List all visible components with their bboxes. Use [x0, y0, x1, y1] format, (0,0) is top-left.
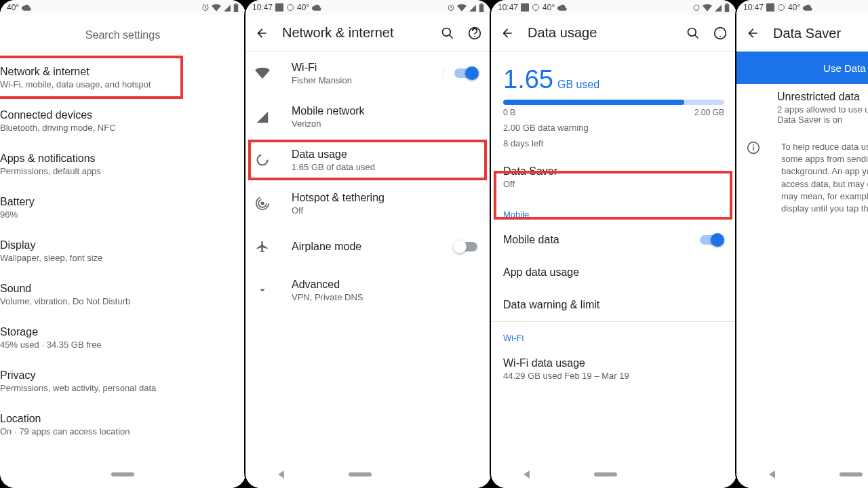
search-icon[interactable]: [441, 26, 454, 40]
usage-days-left: 8 days left: [503, 138, 724, 148]
item-battery[interactable]: Battery 96%: [0, 186, 245, 229]
status-time: 10:47: [252, 3, 273, 12]
nav-home-pill[interactable]: [111, 472, 134, 476]
svg-point-11: [261, 202, 264, 205]
svg-rect-1: [234, 4, 239, 12]
section-wifi: Wi-Fi: [491, 322, 736, 347]
app-bar: Data Saver: [736, 15, 868, 52]
wifi-toggle[interactable]: [454, 68, 477, 78]
item-sound[interactable]: Sound Volume, vibration, Do Not Disturb: [0, 272, 245, 316]
nav-back[interactable]: [278, 470, 284, 479]
svg-rect-21: [766, 3, 774, 12]
item-unrestricted-data[interactable]: Unrestricted data 2 apps allowed to use …: [736, 84, 868, 131]
svg-rect-17: [725, 4, 730, 12]
usage-bar-fill: [503, 100, 684, 105]
nav-bar: [245, 461, 491, 488]
item-mobile-network[interactable]: Mobile network Verizon: [245, 95, 491, 138]
item-network-internet[interactable]: Network & internet Wi-Fi, mobile, data u…: [0, 56, 245, 99]
item-mobile-data[interactable]: Mobile data: [491, 224, 736, 256]
search-icon[interactable]: [686, 26, 700, 40]
signal-icon: [223, 4, 231, 12]
status-bar: 40°: [0, 0, 245, 15]
svg-rect-26: [753, 144, 754, 146]
svg-rect-25: [753, 146, 754, 150]
wifi-icon: [255, 67, 270, 79]
svg-point-19: [688, 28, 696, 36]
svg-rect-6: [479, 4, 484, 12]
svg-rect-2: [235, 3, 237, 4]
status-temp: 40°: [297, 3, 309, 12]
section-mobile: Mobile: [491, 199, 736, 224]
nav-back[interactable]: [524, 470, 530, 479]
status-bar: 10:47 40°: [491, 0, 736, 15]
cloud-icon: [803, 4, 812, 11]
svg-point-16: [694, 5, 699, 11]
signal-icon: [256, 110, 269, 123]
svg-rect-3: [275, 3, 283, 12]
nav-home-pill[interactable]: [349, 472, 372, 476]
chevron-down-icon: [256, 284, 269, 296]
wifi-icon: [212, 4, 221, 12]
back-icon[interactable]: [255, 26, 269, 40]
battery-icon: [233, 3, 239, 12]
page-title: Data usage: [528, 25, 673, 41]
item-data-usage[interactable]: Data usage 1.65 GB of data used: [245, 138, 491, 182]
item-apps-notifications[interactable]: Apps & notifications Permissions, defaul…: [0, 142, 245, 186]
info-icon: [747, 141, 760, 155]
item-wifi[interactable]: Wi-Fi Fisher Mansion: [245, 52, 491, 95]
airplane-icon: [256, 240, 269, 253]
status-bar: 10:47 40°: [736, 0, 868, 15]
item-display[interactable]: Display Wallpaper, sleep, font size: [0, 229, 245, 272]
signal-icon: [714, 4, 722, 12]
item-hotspot[interactable]: Hotspot & tethering Off: [245, 182, 491, 225]
image-icon: [521, 3, 529, 12]
svg-rect-14: [521, 3, 529, 12]
airplane-toggle[interactable]: [454, 242, 477, 251]
item-storage[interactable]: Storage 45% used · 34.35 GB free: [0, 316, 245, 359]
nav-bar: [0, 461, 245, 488]
help-icon[interactable]: [713, 26, 727, 40]
app-bar: Network & internet: [245, 15, 491, 52]
screen-data-saver: 10:47 40° Data Saver Use Data Saver Unre…: [736, 0, 868, 488]
mobile-data-toggle[interactable]: [700, 235, 723, 245]
circle-icon: [777, 3, 785, 12]
cloud-icon: [22, 4, 31, 11]
item-data-warning-limit[interactable]: Data warning & limit: [491, 289, 736, 321]
cloud-icon: [557, 4, 567, 11]
usage-min: 0 B: [503, 108, 515, 117]
nav-home-pill[interactable]: [840, 472, 863, 476]
item-data-saver[interactable]: Data Saver Off: [491, 155, 736, 199]
info-text: To help reduce data usage, Data Saver pr…: [781, 141, 868, 215]
nav-home-pill[interactable]: [594, 472, 617, 476]
page-title: Data Saver: [773, 26, 868, 41]
usage-value: 1.65: [503, 65, 553, 94]
usage-max: 2.00 GB: [694, 108, 724, 117]
screen-network-internet: 10:47 40° Network & internet Wi-Fi Fishe…: [245, 0, 491, 488]
help-icon[interactable]: [468, 26, 481, 40]
search-placeholder: Search settings: [85, 29, 160, 41]
use-data-saver-banner[interactable]: Use Data Saver: [736, 52, 868, 84]
page-title: Network & internet: [282, 25, 427, 41]
item-connected-devices[interactable]: Connected devices Bluetooth, driving mod…: [0, 99, 245, 142]
item-privacy[interactable]: Privacy Permissions, web activity, perso…: [0, 359, 245, 403]
svg-point-8: [443, 28, 451, 36]
alarm-icon: [692, 3, 701, 12]
alarm-icon: [447, 3, 455, 12]
battery-icon: [479, 3, 484, 12]
item-wifi-data-usage[interactable]: Wi-Fi data usage 44.29 GB used Feb 19 – …: [491, 347, 736, 390]
nav-back[interactable]: [769, 470, 775, 479]
back-icon[interactable]: [500, 26, 514, 40]
row-title: Network & internet: [0, 66, 235, 78]
search-bar[interactable]: Search settings: [0, 15, 245, 56]
settings-list: Network & internet Wi-Fi, mobile, data u…: [0, 56, 245, 446]
nav-bar: [491, 461, 736, 488]
signal-icon: [469, 4, 477, 12]
usage-warning: 2.00 GB data warning: [503, 123, 724, 133]
item-app-data-usage[interactable]: App data usage: [491, 256, 736, 289]
item-airplane[interactable]: Airplane mode: [245, 225, 491, 268]
item-advanced[interactable]: Advanced VPN, Private DNS: [245, 268, 491, 312]
nav-bar: [736, 461, 868, 488]
svg-point-10: [258, 155, 268, 165]
back-icon[interactable]: [746, 26, 760, 40]
item-location[interactable]: Location On · 79 apps can access locatio…: [0, 403, 245, 446]
